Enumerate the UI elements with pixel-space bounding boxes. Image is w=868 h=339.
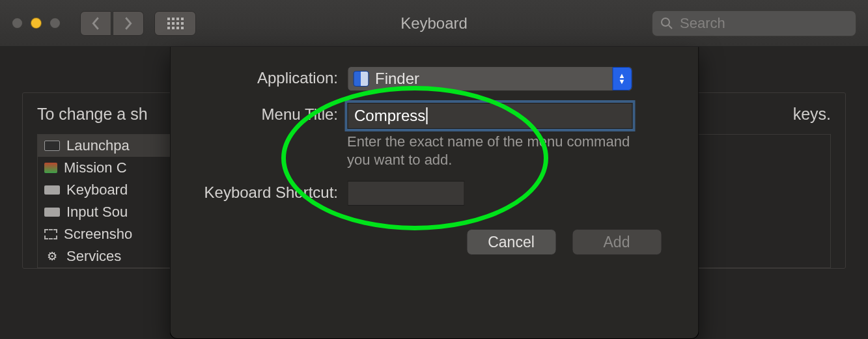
- svg-line-1: [669, 25, 672, 29]
- window-body: To change a sh keys. Launchpa Mission C …: [0, 47, 868, 339]
- menu-title-label: Menu Title:: [170, 103, 347, 124]
- shortcut-row: Keyboard Shortcut:: [170, 181, 698, 206]
- launchpad-icon: [44, 141, 60, 151]
- list-item-label: Launchpa: [66, 137, 130, 154]
- cancel-button-label: Cancel: [488, 234, 535, 251]
- list-item-label: Input Sou: [66, 204, 128, 221]
- chevron-left-icon: [91, 17, 100, 30]
- window-controls: [12, 18, 61, 29]
- close-window-button[interactable]: [12, 18, 23, 29]
- zoom-window-button[interactable]: [49, 18, 61, 29]
- list-item-label: Mission C: [64, 159, 127, 176]
- application-popup[interactable]: Finder ▲▼: [347, 66, 632, 91]
- back-button[interactable]: [80, 11, 111, 36]
- application-row: Application: Finder ▲▼: [170, 66, 698, 91]
- mission-control-icon: [44, 163, 57, 173]
- menu-title-field[interactable]: Compress: [347, 103, 632, 129]
- cancel-button[interactable]: Cancel: [466, 229, 556, 255]
- add-button-label: Add: [604, 234, 630, 251]
- menu-title-row: Menu Title: Compress Enter the exact nam…: [170, 103, 698, 169]
- list-item-label: Screensho: [64, 226, 132, 243]
- add-button[interactable]: Add: [572, 229, 662, 255]
- menu-title-hint: Enter the exact name of the menu command…: [347, 133, 632, 169]
- list-item-label: Services: [66, 248, 121, 265]
- window-title: Keyboard: [400, 14, 468, 33]
- text-caret: [426, 107, 427, 124]
- search-icon: [660, 17, 673, 30]
- sheet-buttons: Cancel Add: [170, 229, 698, 255]
- keyboard-icon: [44, 208, 60, 217]
- minimize-window-button[interactable]: [31, 18, 42, 29]
- add-shortcut-sheet: Application: Finder ▲▼ Menu Title: Compr…: [169, 47, 699, 339]
- search-placeholder: Search: [680, 15, 725, 32]
- titlebar: Keyboard Search: [0, 0, 868, 47]
- screenshot-icon: [44, 229, 57, 239]
- shortcut-label: Keyboard Shortcut:: [170, 181, 347, 202]
- finder-icon: [353, 71, 369, 87]
- shortcut-field[interactable]: [347, 181, 464, 206]
- instruction-text-right: keys.: [793, 105, 831, 124]
- chevron-right-icon: [124, 17, 133, 30]
- nav-buttons: [80, 11, 144, 36]
- keyboard-icon: [44, 185, 60, 195]
- instruction-text-left: To change a sh: [37, 105, 148, 124]
- show-all-prefs-button[interactable]: [154, 11, 196, 36]
- search-field[interactable]: Search: [652, 10, 856, 36]
- list-item-label: Keyboard: [66, 182, 128, 198]
- forward-button[interactable]: [113, 11, 144, 36]
- updown-arrows-icon: ▲▼: [612, 67, 632, 90]
- svg-point-0: [662, 18, 669, 26]
- application-value: Finder: [375, 70, 419, 88]
- menu-title-value: Compress: [354, 107, 425, 125]
- grid-icon: [167, 18, 184, 29]
- application-label: Application:: [170, 66, 347, 87]
- gear-icon: ⚙︎: [44, 251, 60, 262]
